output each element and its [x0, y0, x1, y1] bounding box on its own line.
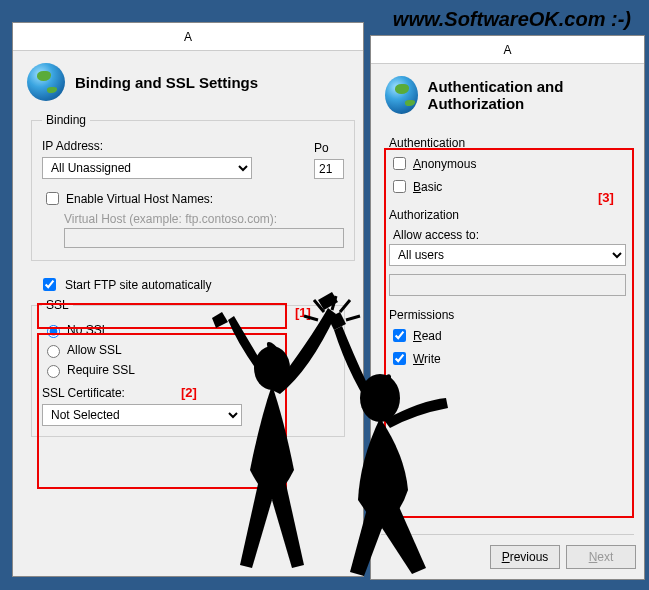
- left-dialog-title: Binding and SSL Settings: [75, 74, 258, 91]
- marker-2: [2]: [181, 385, 197, 400]
- binding-legend: Binding: [42, 113, 90, 127]
- start-ftp-auto-checkbox[interactable]: [43, 278, 56, 291]
- anonymous-label: Anonymous: [413, 157, 476, 171]
- authorization-legend: Authorization: [389, 208, 626, 222]
- allow-ssl-radio[interactable]: [47, 345, 60, 358]
- globe-icon: [385, 76, 418, 114]
- no-ssl-label: No SSL: [67, 323, 108, 337]
- write-label: Write: [413, 352, 441, 366]
- permissions-legend: Permissions: [389, 308, 626, 322]
- auth-dialog: A Authentication and Authorization Authe…: [370, 35, 645, 580]
- basic-label: Basic: [413, 180, 442, 194]
- ssl-legend: SSL: [42, 298, 73, 312]
- enable-vhost-checkbox[interactable]: [46, 192, 59, 205]
- binding-ssl-dialog: A Binding and SSL Settings Binding IP Ad…: [12, 22, 364, 577]
- read-label: Read: [413, 329, 442, 343]
- no-ssl-radio[interactable]: [47, 325, 60, 338]
- globe-icon: [27, 63, 65, 101]
- require-ssl-radio[interactable]: [47, 365, 60, 378]
- port-input[interactable]: [314, 159, 344, 179]
- next-button: Next: [566, 545, 636, 569]
- vhost-input: [64, 228, 344, 248]
- ssl-cert-label: SSL Certificate:: [42, 386, 125, 400]
- ip-address-select[interactable]: All Unassigned: [42, 157, 252, 179]
- vhost-hint-label: Virtual Host (example: ftp.contoso.com):: [64, 212, 344, 226]
- ssl-cert-select[interactable]: Not Selected: [42, 404, 242, 426]
- authorization-extra-input: [389, 274, 626, 296]
- right-titlebar: A: [371, 36, 644, 64]
- require-ssl-label: Require SSL: [67, 363, 135, 377]
- enable-vhost-label: Enable Virtual Host Names:: [66, 192, 213, 206]
- right-dialog-title: Authentication and Authorization: [428, 78, 630, 112]
- write-checkbox[interactable]: [393, 352, 406, 365]
- marker-1: [1]: [295, 305, 311, 320]
- allow-access-select[interactable]: All users: [389, 244, 626, 266]
- allow-ssl-label: Allow SSL: [67, 343, 122, 357]
- read-checkbox[interactable]: [393, 329, 406, 342]
- marker-3: [3]: [598, 190, 614, 205]
- left-titlebar: A: [13, 23, 363, 51]
- binding-fieldset: Binding IP Address: All Unassigned Po En…: [31, 113, 355, 261]
- start-ftp-auto-label: Start FTP site automatically: [65, 278, 212, 292]
- authentication-legend: Authentication: [389, 136, 626, 150]
- ip-address-label: IP Address:: [42, 139, 103, 153]
- port-label: Po: [314, 141, 329, 155]
- previous-button[interactable]: Previous: [490, 545, 560, 569]
- anonymous-checkbox[interactable]: [393, 157, 406, 170]
- watermark-text: www.SoftwareOK.com :-): [393, 8, 631, 31]
- basic-checkbox[interactable]: [393, 180, 406, 193]
- allow-access-label: Allow access to:: [393, 228, 626, 242]
